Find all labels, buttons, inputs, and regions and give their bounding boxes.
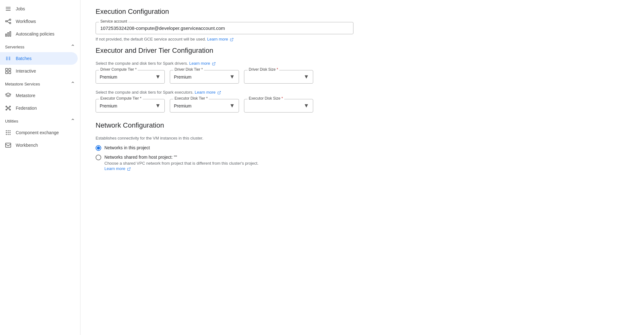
executor-compute-tier-select[interactable]: Executor Compute Tier * Premium ▼ xyxy=(96,99,165,113)
svg-rect-19 xyxy=(6,72,8,74)
sidebar-item-federation[interactable]: Federation xyxy=(0,102,78,114)
svg-line-43 xyxy=(219,91,221,93)
batches-icon xyxy=(5,55,11,62)
network-radio1[interactable] xyxy=(96,145,101,151)
svg-marker-21 xyxy=(6,93,11,96)
sidebar-item-jobs-label: Jobs xyxy=(16,6,25,11)
svg-rect-18 xyxy=(9,69,11,71)
svg-rect-40 xyxy=(6,143,11,147)
chevron-up-icon: ⌃ xyxy=(70,43,75,50)
driver-compute-tier-select[interactable]: Driver Compute Tier * Premium ▼ xyxy=(96,70,165,84)
svg-point-34 xyxy=(6,132,7,133)
svg-rect-9 xyxy=(8,33,8,36)
workbench-icon xyxy=(5,142,11,148)
federation-icon xyxy=(5,105,11,111)
tier-config-title: Executor and Driver Tier Configuration xyxy=(96,47,629,55)
list-icon xyxy=(5,6,11,12)
svg-line-41 xyxy=(231,38,233,40)
network-option2-sub: Choose a shared VPC network from project… xyxy=(104,161,258,166)
executor-tier-description: Select the compute and disk tiers for Sp… xyxy=(96,90,629,95)
executor-learn-more-link[interactable]: Learn more xyxy=(195,90,221,95)
service-account-label: Service account xyxy=(99,19,128,24)
executor-disk-size-select[interactable]: Executor Disk Size * ▼ xyxy=(244,99,313,113)
service-account-learn-more-link[interactable]: Learn more xyxy=(207,37,234,41)
svg-line-42 xyxy=(214,62,215,64)
sidebar-item-workbench-label: Workbench xyxy=(16,143,38,148)
network-option2[interactable]: Networks shared from host project: "" Ch… xyxy=(96,154,629,171)
executor-compute-tier-value: Premium xyxy=(100,103,117,108)
svg-point-25 xyxy=(6,109,7,110)
executor-tier-row: Executor Compute Tier * Premium ▼ Execut… xyxy=(96,99,629,113)
workflow-icon xyxy=(5,18,11,25)
sidebar-item-federation-label: Federation xyxy=(16,106,37,111)
driver-tier-row: Driver Compute Tier * Premium ▼ Driver D… xyxy=(96,70,629,84)
executor-disk-tier-select[interactable]: Executor Disk Tier * Premium ▼ xyxy=(170,99,239,113)
driver-disk-size-select[interactable]: Driver Disk Size * ▼ xyxy=(244,70,313,84)
svg-line-30 xyxy=(9,108,10,109)
svg-rect-10 xyxy=(10,32,11,36)
sidebar-item-interactive[interactable]: Interactive xyxy=(0,65,78,77)
driver-learn-more-link[interactable]: Learn more xyxy=(189,61,216,66)
execution-config-title: Execution Configuration xyxy=(96,8,629,16)
svg-rect-4 xyxy=(9,19,11,20)
sidebar-item-component-exchange[interactable]: Component exchange xyxy=(0,126,78,139)
svg-point-31 xyxy=(6,130,7,131)
apps-icon xyxy=(5,129,11,136)
svg-line-44 xyxy=(129,168,130,169)
network-config-description: Establishes connectivity for the VM inst… xyxy=(96,136,629,140)
utilities-section-header[interactable]: Utilities ⌃ xyxy=(0,114,80,126)
sidebar-item-jobs[interactable]: Jobs xyxy=(0,3,78,15)
serverless-section-header[interactable]: Serverless ⌃ xyxy=(0,40,80,52)
svg-point-22 xyxy=(8,107,9,109)
executor-compute-tier-arrow: ▼ xyxy=(155,102,161,109)
driver-compute-tier-arrow: ▼ xyxy=(155,74,161,80)
svg-line-6 xyxy=(7,20,9,21)
svg-point-37 xyxy=(6,134,7,135)
sidebar-item-batches[interactable]: Batches xyxy=(0,52,78,65)
metastore-section-header[interactable]: Metastore Services ⌃ xyxy=(0,77,80,89)
executor-disk-size-label: Executor Disk Size * xyxy=(247,96,284,101)
metastore-icon xyxy=(5,92,11,99)
svg-point-24 xyxy=(9,106,10,107)
driver-disk-size-label: Driver Disk Size * xyxy=(247,67,279,72)
main-content: Execution Configuration Service account … xyxy=(80,0,644,335)
svg-point-38 xyxy=(8,134,8,135)
driver-disk-size-arrow: ▼ xyxy=(303,74,309,80)
sidebar-item-workflows-label: Workflows xyxy=(16,19,36,24)
sidebar-item-workflows[interactable]: Workflows xyxy=(0,15,78,28)
svg-point-36 xyxy=(9,132,10,133)
service-account-helper: If not provided, the default GCE service… xyxy=(96,37,353,41)
sidebar: Jobs Workflows Autoscaling policies Serv… xyxy=(0,0,80,335)
sidebar-item-batches-label: Batches xyxy=(16,56,32,61)
sidebar-item-autoscaling[interactable]: Autoscaling policies xyxy=(0,28,78,40)
svg-point-23 xyxy=(6,106,7,107)
network-radio-group: Networks in this project Networks shared… xyxy=(96,145,629,171)
svg-point-35 xyxy=(8,132,8,133)
network-option2-label: Networks shared from host project: "" xyxy=(104,154,258,161)
network-config-section: Network Configuration Establishes connec… xyxy=(96,121,629,171)
network-option1[interactable]: Networks in this project xyxy=(96,145,629,151)
network-learn-more-link[interactable]: Learn more xyxy=(104,166,258,171)
driver-disk-tier-select[interactable]: Driver Disk Tier * Premium ▼ xyxy=(170,70,239,84)
svg-rect-5 xyxy=(9,22,11,24)
sidebar-item-autoscaling-label: Autoscaling policies xyxy=(16,31,54,36)
svg-line-29 xyxy=(7,108,8,109)
service-account-field[interactable]: Service account 1072535324208-compute@de… xyxy=(96,22,353,34)
sidebar-item-interactive-label: Interactive xyxy=(16,69,36,74)
sidebar-item-metastore[interactable]: Metastore xyxy=(0,89,78,102)
sidebar-item-component-exchange-label: Component exchange xyxy=(16,130,59,135)
network-radio2[interactable] xyxy=(96,155,101,160)
svg-rect-20 xyxy=(9,72,11,74)
svg-rect-8 xyxy=(6,34,7,36)
tier-config-section: Executor and Driver Tier Configuration S… xyxy=(96,47,629,113)
svg-rect-3 xyxy=(6,21,7,22)
svg-point-26 xyxy=(9,109,10,110)
network-option1-label-wrap: Networks in this project xyxy=(104,145,150,151)
executor-disk-tier-value: Premium xyxy=(174,103,192,108)
utilities-section-label: Utilities xyxy=(5,119,18,124)
sidebar-item-workbench[interactable]: Workbench xyxy=(0,139,78,151)
service-account-wrapper: Service account 1072535324208-compute@de… xyxy=(96,22,353,41)
metastore-section-label: Metastore Services xyxy=(5,82,40,86)
executor-compute-tier-label: Executor Compute Tier * xyxy=(99,96,143,101)
sidebar-item-metastore-label: Metastore xyxy=(16,93,35,98)
